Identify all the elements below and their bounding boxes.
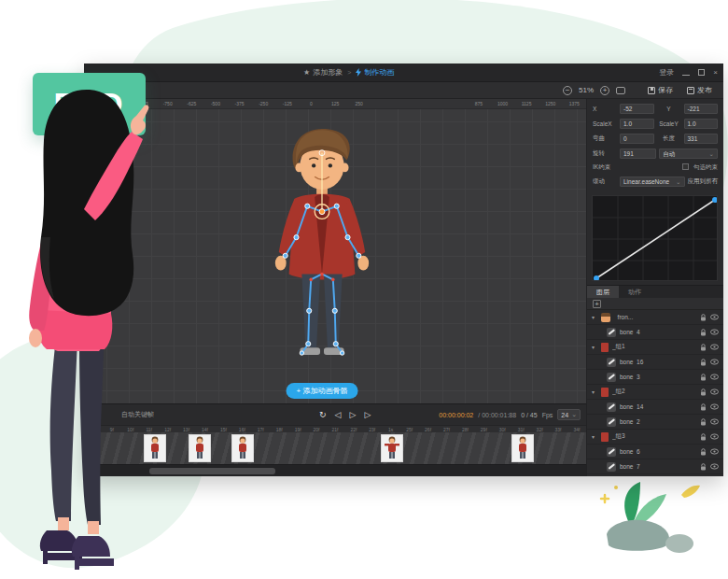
scaley-input[interactable]: 1.0 (684, 119, 719, 129)
layer-row[interactable]: ▾ _fron... (587, 310, 723, 325)
keyframe-thumbnail[interactable] (381, 434, 403, 462)
bone-icon (607, 358, 616, 367)
add-layer-button[interactable]: + (593, 300, 601, 308)
rotate-input[interactable]: 191 (620, 148, 656, 159)
zoom-in-icon[interactable]: + (600, 86, 609, 95)
bone-icon (607, 447, 616, 457)
minimize-icon[interactable] (682, 75, 690, 76)
chevron-down-icon: ⌄ (676, 177, 680, 186)
ik-checkbox[interactable] (682, 163, 689, 170)
fit-screen-icon[interactable] (616, 87, 625, 94)
curve-handle-start[interactable] (594, 275, 599, 281)
step-forward-icon[interactable]: ▷ (364, 410, 371, 419)
lock-icon[interactable] (700, 329, 707, 336)
y-input[interactable]: -221 (684, 104, 719, 114)
length-input[interactable]: 331 (684, 134, 719, 144)
eye-icon[interactable] (710, 448, 719, 455)
curve-handle-end[interactable] (712, 197, 718, 203)
layer-row[interactable]: ▾ _组2 (587, 385, 723, 400)
keyframe-thumbnail[interactable] (231, 434, 254, 462)
keyframe-thumbnail[interactable] (189, 434, 211, 462)
bone-icon (607, 417, 616, 427)
layer-row[interactable]: bone_7 (587, 459, 723, 474)
step-back-icon[interactable]: ◁ (335, 410, 342, 419)
star-icon: ★ (303, 68, 310, 77)
layer-row[interactable]: bone_2 (587, 415, 723, 430)
eye-icon[interactable] (710, 329, 719, 335)
eye-icon[interactable] (710, 463, 719, 470)
scaley-label: ScaleY (657, 120, 681, 127)
tab-layers[interactable]: 图层 (587, 286, 619, 298)
lock-icon[interactable] (700, 448, 707, 456)
eye-icon[interactable] (710, 344, 719, 350)
step-add-character[interactable]: ★ 添加形象 (303, 67, 343, 78)
fps-select[interactable]: 24 ⌄ (557, 409, 581, 420)
tick-label (371, 99, 396, 108)
eye-icon[interactable] (710, 433, 719, 440)
close-icon[interactable]: × (713, 68, 718, 77)
total-timecode: / 00:00:01:88 (478, 412, 516, 418)
restore-icon[interactable] (698, 69, 705, 76)
ik-check-label: 勾选约束 (693, 163, 718, 170)
y-label: Y (657, 106, 681, 112)
layer-row[interactable]: ▾ _组1 (587, 340, 723, 355)
caret-down-icon[interactable]: ▾ (592, 388, 597, 395)
tick-label: 30f (493, 426, 511, 432)
lock-icon[interactable] (700, 374, 707, 381)
eye-icon[interactable] (710, 374, 719, 380)
easing-curve[interactable] (592, 195, 718, 281)
eye-icon[interactable] (710, 403, 719, 410)
publish-icon (687, 87, 694, 94)
ease-select[interactable]: Linear.easeNone ⌄ (620, 177, 685, 187)
tick-label: 1250 (539, 99, 563, 108)
layer-row[interactable]: bone_3 (587, 370, 723, 385)
length-label: 长度 (657, 134, 681, 143)
lock-icon[interactable] (700, 463, 707, 471)
layer-row[interactable]: bone_16 (587, 355, 723, 370)
add-bones-button[interactable]: + 添加动画骨骼 (287, 383, 358, 399)
step-make-animation[interactable]: 制作动画 (356, 67, 394, 78)
ease-label: 缓动 (593, 177, 617, 186)
lock-icon[interactable] (700, 344, 707, 351)
zoom-out-icon[interactable]: − (563, 86, 572, 95)
login-button[interactable]: 登录 (659, 67, 674, 78)
eye-icon[interactable] (710, 359, 719, 365)
eye-icon[interactable] (710, 418, 719, 425)
lock-icon[interactable] (700, 314, 707, 321)
caret-down-icon[interactable]: ▾ (592, 344, 597, 350)
layer-row[interactable]: bone_4 (587, 325, 723, 340)
apply-all-button[interactable]: 应用到所有 (688, 177, 719, 186)
restart-icon[interactable]: ↻ (319, 410, 327, 419)
tick-label: 1125 (514, 99, 539, 108)
play-icon[interactable]: ▷ (349, 410, 356, 419)
keyframe-thumbnail[interactable] (511, 434, 534, 462)
lock-icon[interactable] (700, 433, 707, 441)
x-input[interactable]: -52 (620, 104, 654, 114)
caret-down-icon[interactable]: ▾ (592, 433, 597, 440)
tick-label: 22f (344, 426, 363, 432)
eye-icon[interactable] (710, 314, 719, 320)
lock-icon[interactable] (700, 359, 707, 366)
caret-down-icon[interactable]: ▾ (592, 314, 597, 320)
lock-icon[interactable] (700, 418, 707, 426)
character[interactable] (267, 127, 377, 365)
scalex-input[interactable]: 1.0 (620, 119, 654, 129)
lock-icon[interactable] (700, 403, 707, 411)
lock-icon[interactable] (700, 388, 707, 396)
save-button[interactable]: 保存 (644, 83, 677, 97)
tick-label: 16f (232, 426, 251, 432)
tick-label (395, 99, 419, 108)
layer-row[interactable]: bone_6 (587, 445, 723, 459)
tab-actions[interactable]: 动作 (619, 286, 651, 298)
eye-icon[interactable] (710, 388, 719, 395)
tick-label: -500 (203, 99, 228, 108)
tick-label: 31f (511, 426, 530, 432)
tick-label: 17f (251, 426, 270, 432)
layer-row[interactable]: bone_14 (587, 400, 723, 415)
layer-row[interactable]: ▾ _组3 (587, 430, 723, 445)
tick-label: 125 (323, 99, 347, 108)
bend-input[interactable]: 0 (620, 134, 654, 144)
publish-button[interactable]: 发布 (683, 83, 716, 97)
mode-select[interactable]: 自动 ⌄ (659, 148, 718, 159)
tick-label (419, 99, 443, 108)
